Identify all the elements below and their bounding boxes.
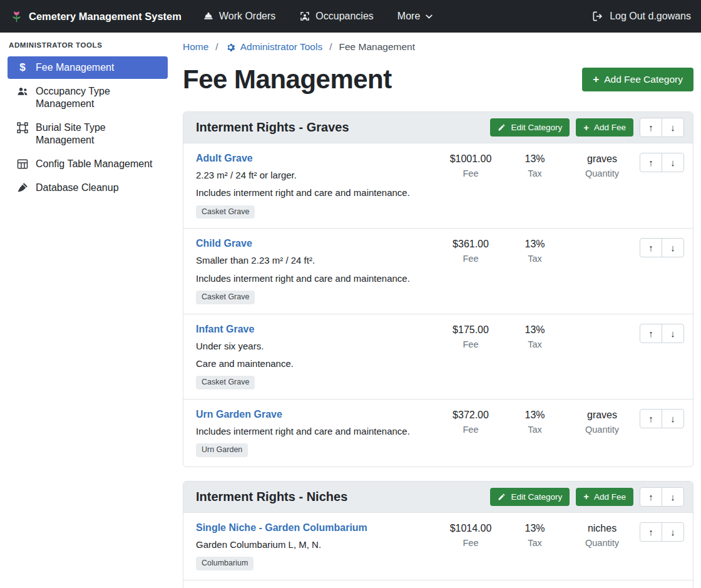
logout-link[interactable]: Log Out d.gowans: [591, 10, 691, 23]
fee-name-link[interactable]: Urn Garden Grave: [196, 409, 282, 420]
fee-tax-cell: 13% Tax: [505, 409, 565, 435]
fee-category-card: Interment Rights - Niches Edit Category …: [183, 481, 693, 588]
nav-item-occupancies[interactable]: Occupancies: [299, 11, 374, 22]
sidebar-item-fee-management[interactable]: $ Fee Management: [8, 56, 168, 79]
fee-reorder-group: ↑ ↓: [640, 522, 684, 542]
sidebar-item-label: Database Cleanup: [36, 182, 119, 194]
fee-amount-label: Fee: [436, 254, 505, 264]
tulip-logo-icon: [10, 10, 23, 23]
nav-item-label: More: [397, 11, 420, 22]
fee-description-1: Includes interment right and care and ma…: [196, 425, 431, 438]
fee-row: Adult Grave 2.23 m² / 24 ft² or larger. …: [183, 143, 693, 228]
sidebar-nav: $ Fee Management Occupancy Type Manageme…: [8, 56, 168, 199]
move-fee-up-button[interactable]: ↑: [640, 238, 662, 257]
table-icon: [16, 158, 29, 170]
fee-row: Child Grave Smaller than 2.23 m² / 24 ft…: [183, 228, 693, 313]
vector-square-icon: [16, 121, 29, 134]
breadcrumb-home-link[interactable]: Home: [183, 41, 208, 53]
arrow-down-icon: ↓: [670, 414, 675, 423]
fee-type-badge: Urn Garden: [196, 443, 248, 457]
fee-name-link[interactable]: Single Niche - Garden Columbarium: [196, 522, 367, 534]
nav-item-label: Work Orders: [219, 11, 275, 22]
fee-description-2: Includes interment right and care and ma…: [196, 272, 431, 285]
move-fee-up-button[interactable]: ↑: [640, 153, 662, 172]
fee-row: Infant Grave Under six years. Care and m…: [183, 314, 693, 399]
sidebar-item-label: Burial Site Type Management: [36, 121, 155, 147]
fee-category-title: Interment Rights - Niches: [196, 490, 347, 504]
move-category-up-button[interactable]: ↑: [640, 118, 662, 137]
fee-name-link[interactable]: Adult Grave: [196, 153, 253, 164]
edit-category-button[interactable]: Edit Category: [490, 488, 570, 506]
add-fee-button[interactable]: + Add Fee: [576, 118, 633, 137]
fee-tax-value: 13%: [505, 153, 565, 165]
fee-category-header: Interment Rights - Niches Edit Category …: [183, 482, 693, 513]
sidebar-item-database-cleanup[interactable]: Database Cleanup: [8, 177, 168, 199]
gear-icon: [225, 42, 236, 53]
main-content: Home / Administrator Tools / Fee Managem…: [175, 33, 701, 588]
fee-tax-value: 13%: [505, 324, 565, 336]
fee-amount-cell: $372.00 Fee: [436, 409, 505, 435]
fee-description-1: 2.23 m² / 24 ft² or larger.: [196, 169, 431, 182]
fee-tax-cell: 13% Tax: [505, 238, 565, 264]
title-row: Fee Management + Add Fee Category: [183, 65, 693, 94]
arrow-down-icon: ↓: [670, 527, 675, 537]
arrow-up-icon: ↑: [648, 527, 653, 537]
fee-amount-value: $361.00: [436, 239, 505, 250]
fee-amount-cell: $1014.00 Fee: [436, 522, 505, 548]
fee-description-1: Smaller than 2.23 m² / 24 ft².: [196, 254, 431, 267]
fee-info: Single Niche - Garden Columbarium Garden…: [196, 522, 436, 570]
fee-amount-value: $1014.00: [436, 523, 505, 534]
fee-amount-value: $1001.00: [436, 153, 505, 165]
fee-amount-label: Fee: [436, 538, 505, 548]
fee-tax-value: 13%: [505, 523, 565, 534]
move-fee-down-button[interactable]: ↓: [662, 522, 684, 542]
fee-amount-label: Fee: [436, 425, 505, 435]
add-fee-category-label: Add Fee Category: [604, 74, 683, 85]
edit-category-button[interactable]: Edit Category: [490, 118, 570, 137]
fee-type-badge: Casket Grave: [196, 291, 255, 304]
fee-amount-value: $175.00: [436, 324, 505, 336]
fee-description-1: Garden Columbarium L, M, N.: [196, 539, 431, 551]
move-category-down-button[interactable]: ↓: [662, 118, 684, 137]
breadcrumb-admin-tools-link[interactable]: Administrator Tools: [225, 41, 323, 53]
fee-amount-cell: $175.00 Fee: [436, 324, 505, 349]
fee-name-link[interactable]: Infant Grave: [196, 324, 254, 335]
nav-item-work-orders[interactable]: Work Orders: [203, 11, 275, 22]
move-fee-down-button[interactable]: ↓: [662, 324, 684, 343]
move-fee-down-button[interactable]: ↓: [662, 409, 684, 428]
fee-type-badge: Columbarium: [196, 557, 253, 570]
sidebar: ADMINISTRATOR TOOLS $ Fee Management Occ…: [0, 33, 175, 207]
fee-tax-cell: 13% Tax: [505, 324, 565, 349]
category-reorder-group: ↑ ↓: [640, 118, 684, 137]
category-list: Interment Rights - Graves Edit Category …: [183, 111, 693, 588]
sidebar-item-burial-site-type-management[interactable]: Burial Site Type Management: [8, 116, 168, 152]
move-category-down-button[interactable]: ↓: [662, 487, 684, 507]
fee-quantity-cell: graves Quantity: [565, 153, 640, 178]
fee-name-link[interactable]: Child Grave: [196, 238, 252, 249]
move-category-up-button[interactable]: ↑: [640, 487, 662, 507]
arrow-down-icon: ↓: [670, 243, 675, 252]
brand-link[interactable]: Cemetery Management System: [10, 10, 182, 23]
fee-amount-cell: $361.00 Fee: [436, 238, 505, 264]
sidebar-item-label: Occupancy Type Management: [36, 85, 155, 110]
sidebar-item-occupancy-type-management[interactable]: Occupancy Type Management: [8, 80, 168, 115]
top-navbar: Cemetery Management System Work Orders O…: [0, 0, 701, 33]
fee-category-card: Interment Rights - Graves Edit Category …: [183, 111, 693, 467]
add-fee-button[interactable]: + Add Fee: [576, 488, 633, 506]
pencil-icon: [498, 493, 506, 501]
add-fee-category-button[interactable]: + Add Fee Category: [582, 68, 693, 91]
sidebar-item-config-table-management[interactable]: Config Table Management: [8, 153, 168, 175]
nav-item-label: Occupancies: [315, 11, 374, 22]
move-fee-down-button[interactable]: ↓: [662, 153, 684, 172]
fee-quantity-value: niches: [565, 523, 640, 534]
move-fee-up-button[interactable]: ↑: [640, 409, 662, 428]
add-fee-label: Add Fee: [594, 492, 626, 502]
move-fee-up-button[interactable]: ↑: [640, 522, 662, 542]
arrow-down-icon: ↓: [670, 123, 675, 132]
move-fee-up-button[interactable]: ↑: [640, 324, 662, 343]
sidebar-item-label: Fee Management: [36, 61, 114, 74]
add-fee-label: Add Fee: [594, 123, 626, 132]
move-fee-down-button[interactable]: ↓: [662, 238, 684, 257]
fee-amount-cell: $1001.00 Fee: [436, 153, 505, 178]
nav-item-more[interactable]: More: [397, 11, 433, 22]
